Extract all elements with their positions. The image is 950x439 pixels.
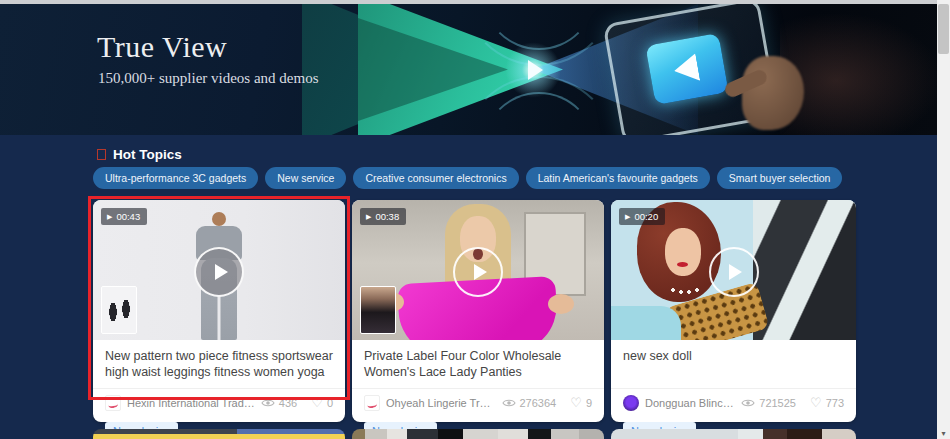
thumbnail-art (665, 228, 701, 276)
product-mini-thumbnail (101, 286, 137, 334)
video-title[interactable]: Private Label Four Color Wholesale Women… (352, 340, 604, 382)
scrollbar-thumb[interactable] (938, 4, 949, 54)
play-icon: ▶ (107, 212, 112, 221)
duration-badge: ▶ 00:20 (619, 208, 665, 225)
thumbnail-art (669, 286, 703, 294)
hand-illustration (780, 14, 937, 135)
banner-title: True View (97, 30, 227, 64)
video-stats: 436 ♡ 0 (261, 397, 333, 409)
supplier-row: Dongguan Blince Intelligent... 721525 ♡ … (611, 389, 856, 417)
duration-label: 00:20 (634, 211, 658, 222)
play-icon: ▶ (625, 212, 630, 221)
topic-pill-new-service[interactable]: New service (265, 167, 346, 189)
supplier-name[interactable]: Dongguan Blince Intelligent... (645, 397, 735, 409)
views-count: 276364 (520, 397, 557, 409)
hot-topics-icon (97, 149, 106, 160)
topic-pill-smart-buyer[interactable]: Smart buyer selection (717, 167, 843, 189)
window-top-edge (0, 0, 950, 4)
play-button[interactable] (453, 247, 503, 297)
duration-label: 00:38 (375, 211, 399, 222)
scrollbar-down-arrow[interactable]: ▾ (937, 429, 950, 439)
topic-pill-latin-american[interactable]: Latin American's favourite gadgets (526, 167, 710, 189)
views-icon (741, 398, 755, 408)
play-icon: ▶ (366, 212, 371, 221)
thumbnail-art (548, 294, 574, 314)
video-card[interactable]: ▶ 00:43 New pattern two piece fitness sp… (93, 200, 345, 422)
thumbnail-art (218, 296, 221, 340)
likes-count: 773 (826, 397, 844, 409)
views-count: 721525 (759, 397, 796, 409)
supplier-logo (623, 395, 639, 411)
video-thumbnail[interactable]: ▶ 00:38 (352, 200, 604, 340)
play-icon (215, 264, 228, 280)
duration-badge: ▶ 00:43 (101, 208, 147, 225)
duration-label: 00:43 (116, 211, 140, 222)
topic-pill-creative-electronics[interactable]: Creative consumer electronics (353, 167, 518, 189)
product-mini-thumbnail (360, 286, 396, 334)
play-button[interactable] (709, 247, 759, 297)
heart-icon[interactable]: ♡ (810, 397, 822, 409)
heart-icon[interactable]: ♡ (311, 397, 323, 409)
banner-subtitle: 150,000+ supplier videos and demos (98, 70, 319, 87)
next-row-partial (93, 429, 856, 439)
video-card-grid: ▶ 00:43 New pattern two piece fitness sp… (93, 200, 856, 422)
likes-count: 9 (586, 397, 592, 409)
duration-badge: ▶ 00:38 (360, 208, 406, 225)
thumbnail-art (677, 262, 688, 267)
supplier-logo (105, 395, 121, 411)
vertical-scrollbar[interactable]: ▾ (937, 0, 950, 439)
video-card[interactable]: ▶ 00:20 new sex doll Dongguan Blince Int… (611, 200, 856, 422)
supplier-row: Ohyeah Lingerie Trade (Xiamen) Co.... 27… (352, 389, 604, 417)
topic-pill-ultra-performance[interactable]: Ultra-performance 3C gadgets (93, 167, 258, 189)
topic-pills-row: Ultra-performance 3C gadgets New service… (93, 167, 842, 189)
video-thumbnail[interactable]: ▶ 00:43 (93, 200, 345, 340)
play-icon (729, 264, 742, 280)
video-stats: 721525 ♡ 773 (741, 397, 844, 409)
views-count: 436 (279, 397, 297, 409)
video-title[interactable]: New pattern two piece fitness sportswear… (93, 340, 345, 382)
video-thumbnail[interactable] (93, 429, 345, 439)
play-icon (474, 264, 487, 280)
thumbnail-art (753, 200, 856, 340)
video-card[interactable]: ▶ 00:38 Private Label Four Color Wholesa… (352, 200, 604, 422)
supplier-row: Hexin International Trade Co., Ltd.... 4… (93, 389, 345, 417)
hot-topics-header: Hot Topics (97, 147, 182, 162)
likes-count: 0 (327, 397, 333, 409)
video-thumbnail[interactable]: ▶ 00:20 (611, 200, 856, 340)
video-thumbnail[interactable] (611, 429, 856, 439)
supplier-logo (364, 395, 380, 411)
video-thumbnail[interactable] (352, 429, 604, 439)
views-icon (261, 398, 275, 408)
supplier-name[interactable]: Hexin International Trade Co., Ltd.... (127, 397, 255, 409)
thumbnail-art (212, 212, 226, 226)
video-title[interactable]: new sex doll (611, 340, 856, 382)
thumbnail-art (611, 306, 681, 340)
views-icon (502, 398, 516, 408)
play-button[interactable] (194, 247, 244, 297)
video-stats: 276364 ♡ 9 (502, 397, 593, 409)
heart-icon[interactable]: ♡ (570, 397, 582, 409)
true-view-banner: True View 150,000+ supplier videos and d… (0, 4, 937, 135)
hot-topics-label: Hot Topics (113, 147, 182, 162)
supplier-name[interactable]: Ohyeah Lingerie Trade (Xiamen) Co.... (386, 397, 496, 409)
